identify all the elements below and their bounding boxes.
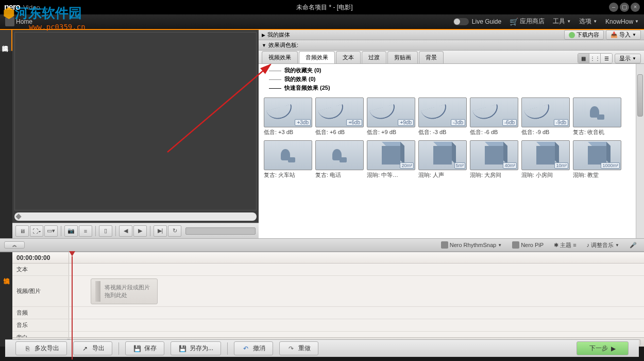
loop-button[interactable]: ↻	[168, 225, 181, 237]
tab-clipart[interactable]: 剪贴画	[387, 51, 418, 63]
effect-item[interactable]: +6db低音: +6 dB	[315, 97, 364, 137]
undo-button[interactable]: ↶撤消	[234, 341, 273, 355]
middle-toolbar: ︽ Nero RhythmSnap▼ Nero PiP ✱主题≡ ♪调整音乐▼ …	[0, 238, 644, 252]
preview-progress[interactable]	[185, 227, 256, 235]
effect-label: 混响: 人声	[418, 170, 467, 180]
effect-thumbnail: 20m²	[367, 140, 415, 170]
track-video[interactable]: 视频/图片 将视频片段或图片拖到此处	[12, 276, 644, 307]
expand-arrow-icon: ▶	[262, 32, 265, 38]
tab-audio-fx[interactable]: 音频效果	[299, 51, 335, 63]
toggle-switch-icon	[453, 18, 469, 25]
sidebar-tab-advanced[interactable]: 高级编辑	[0, 30, 12, 51]
effect-item[interactable]: +9db低音: +9 dB	[367, 97, 415, 137]
save-as-button[interactable]: 💾另存为...	[171, 341, 221, 355]
adjust-music-button[interactable]: ♪调整音乐▼	[584, 240, 622, 250]
playhead-marker[interactable]	[69, 251, 75, 256]
effect-item[interactable]: 1000m²混响: 教堂	[573, 140, 621, 180]
next-step-button[interactable]: 下一步 ▶	[577, 341, 629, 355]
prev-frame-button[interactable]: ◀	[119, 225, 132, 237]
save-button[interactable]: 💾保存	[125, 341, 164, 355]
effect-category-tree: 我的收藏夹 (0) 我的效果 (0) 快速音频效果 (25)	[259, 64, 636, 94]
effect-label: 混响: 教堂	[573, 170, 621, 180]
app-store-menu[interactable]: 🛒 应用商店	[510, 17, 545, 26]
vertical-scrollbar[interactable]	[636, 64, 644, 238]
close-button[interactable]: ×	[631, 3, 640, 12]
drop-zone-hint[interactable]: 将视频片段或图片拖到此处	[91, 278, 158, 304]
options-menu[interactable]: 选项▼	[579, 17, 597, 26]
timeline-tracks: 文本 视频/图片 将视频片段或图片拖到此处 音频 音乐 旁白	[12, 264, 644, 337]
effect-label: 混响: 小房间	[521, 170, 570, 180]
trim-button[interactable]: ▯	[99, 225, 112, 237]
minimize-button[interactable]: –	[609, 3, 618, 12]
next-frame-button[interactable]: ▶|	[154, 225, 167, 237]
home-button[interactable]: Home	[5, 17, 32, 26]
export-button[interactable]: ↗导出	[73, 341, 112, 355]
effect-item[interactable]: 5m²混响: 人声	[418, 140, 467, 180]
import-button[interactable]: 📥导入▼	[606, 30, 641, 40]
tab-background[interactable]: 背景	[419, 51, 444, 63]
mic-button[interactable]: 🎤	[626, 241, 640, 250]
knowhow-menu[interactable]: KnowHow▼	[605, 18, 639, 25]
aspect-button[interactable]: ▭▾	[44, 225, 58, 237]
effect-thumbnail: 10m²	[521, 140, 570, 170]
redo-button[interactable]: ↷重做	[279, 341, 318, 355]
effect-item[interactable]: 复古: 电话	[315, 140, 364, 180]
effect-item[interactable]: 10m²混响: 小房间	[521, 140, 570, 180]
titlebar: nero Video 未命名项目 * - [电影] – ▢ ×	[0, 0, 644, 14]
track-text[interactable]: 文本	[12, 264, 644, 276]
view-list[interactable]: ☰	[601, 54, 612, 63]
effect-item[interactable]: 复古: 收音机	[573, 97, 621, 137]
effect-thumbnail: +6db	[315, 97, 364, 127]
effect-item[interactable]: -9db低音: -9 dB	[521, 97, 570, 137]
tree-my-effects[interactable]: 我的效果 (0)	[264, 75, 631, 84]
live-guide-toggle[interactable]: Live Guide	[453, 18, 501, 25]
chevron-down-icon: ▼	[593, 19, 597, 24]
effect-item[interactable]: +3db低音: +3 dB	[264, 97, 312, 137]
collapse-timeline-handle[interactable]: ︽	[4, 241, 25, 249]
effect-label: 低音: -6 dB	[470, 127, 518, 137]
preview-viewport[interactable]	[14, 32, 257, 210]
monitor-button[interactable]: 🖥	[15, 225, 29, 237]
timeline-ruler[interactable]: 00:00:00:00	[12, 252, 644, 264]
snapshot-button[interactable]: 📷	[64, 225, 78, 237]
chevron-down-icon: ▼	[615, 243, 619, 248]
track-music[interactable]: 音乐	[12, 319, 644, 332]
effect-item[interactable]: 40m²混响: 大房间	[470, 140, 518, 180]
tab-transition[interactable]: 过渡	[362, 51, 386, 63]
tree-quick-audio[interactable]: 快速音频效果 (25)	[264, 84, 631, 92]
effect-label: 低音: +3 dB	[264, 127, 312, 137]
theme-button[interactable]: ✱主题≡	[551, 240, 579, 250]
effect-item[interactable]: 20m²混响: 中等…	[367, 140, 415, 180]
fullscreen-button[interactable]: ⛶▾	[30, 225, 43, 237]
display-dropdown[interactable]: 显示▼	[615, 54, 641, 63]
effect-item[interactable]: -3db低音: -3 dB	[418, 97, 467, 137]
home-icon	[5, 17, 14, 26]
view-small-icons[interactable]: ⋮⋮	[589, 54, 601, 63]
effect-thumbnail	[573, 97, 621, 127]
align-button[interactable]: ≡	[79, 225, 92, 237]
palette-header[interactable]: ▼ 效果调色板:	[259, 40, 644, 51]
view-large-icons[interactable]: ▦	[578, 54, 589, 63]
effect-thumbnail: -6db	[470, 97, 518, 127]
effect-thumbnail: -9db	[521, 97, 570, 127]
effect-item[interactable]: -6db低音: -6 dB	[470, 97, 518, 137]
effect-thumbnail	[264, 140, 312, 170]
effect-item[interactable]: 复古: 火车站	[264, 140, 312, 180]
maximize-button[interactable]: ▢	[620, 3, 629, 12]
track-narration[interactable]: 旁白	[12, 332, 644, 337]
multi-export-button[interactable]: ⎘多次导出	[15, 341, 67, 355]
tab-video-fx[interactable]: 视频效果	[262, 51, 298, 63]
effect-label: 复古: 电话	[315, 170, 364, 180]
track-audio[interactable]: 音频	[12, 307, 644, 319]
tab-text[interactable]: 文本	[336, 51, 361, 63]
rhythm-snap-button[interactable]: Nero RhythmSnap▼	[438, 240, 505, 250]
tree-favorites[interactable]: 我的收藏夹 (0)	[264, 66, 631, 75]
nero-pip-button[interactable]: Nero PiP	[509, 240, 547, 250]
pip-icon	[512, 241, 519, 249]
download-content-button[interactable]: 下载内容	[564, 30, 604, 40]
effect-thumbnail: 1000m²	[573, 140, 621, 170]
tools-menu[interactable]: 工具▼	[553, 17, 571, 26]
my-media-header[interactable]: ▶ 我的媒体 下载内容 📥导入▼	[259, 30, 644, 40]
play-button[interactable]: ▶	[133, 225, 147, 237]
preview-position-slider[interactable]	[14, 212, 257, 221]
